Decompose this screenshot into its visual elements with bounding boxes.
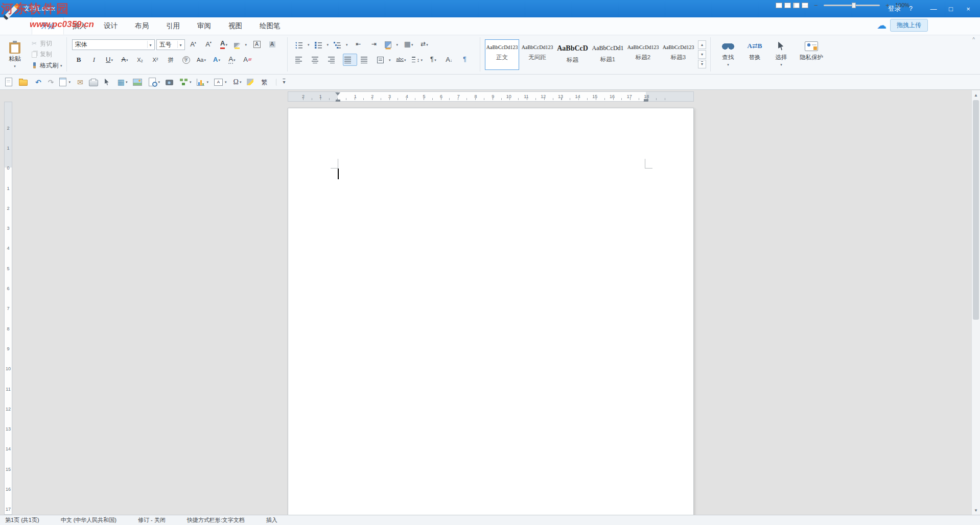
align-distribute[interactable]: ▾: [359, 54, 374, 66]
tab-view[interactable]: 视图: [220, 17, 251, 35]
tab-home[interactable]: 开始: [32, 17, 64, 35]
scroll-up-button[interactable]: ▲: [972, 91, 980, 99]
sort[interactable]: A ▾: [442, 54, 456, 66]
style-heading3[interactable]: AaBbCcDd123 标题3: [661, 39, 695, 70]
line-spacing[interactable]: ↕ ▾: [410, 54, 425, 66]
increase-indent[interactable]: ⇥ ▾: [367, 38, 381, 51]
bullet-list[interactable]: ▾: [294, 38, 311, 51]
minimize-button[interactable]: —: [926, 3, 941, 15]
align-left[interactable]: ▾: [294, 54, 308, 66]
zoom-out-button[interactable]: −: [812, 2, 820, 9]
strikethrough[interactable]: A ▾: [118, 54, 132, 66]
collapse-ribbon-button[interactable]: [970, 36, 977, 43]
view-web[interactable]: [793, 3, 800, 8]
paragraph-spacing[interactable]: ¶ ▾: [426, 54, 440, 66]
page-indicator[interactable]: 第1页 (共1页): [5, 516, 39, 524]
char-border[interactable]: A ▾: [250, 38, 264, 51]
superscript[interactable]: X² ▾: [149, 54, 162, 66]
char-style[interactable]: A ▾: [225, 54, 239, 66]
tab-insert[interactable]: 插入: [64, 17, 95, 35]
char-shading[interactable]: A ▾: [265, 38, 279, 51]
view-outline[interactable]: [802, 3, 808, 8]
find[interactable]: 查找 ▾: [716, 40, 740, 66]
font-size-select[interactable]: 五号: [156, 39, 185, 50]
show-marks[interactable]: ¶ ▾: [458, 54, 472, 66]
text-direction[interactable]: ▾: [376, 54, 392, 66]
cloud-sync-icon[interactable]: ☁: [877, 20, 886, 30]
tab-layout[interactable]: 布局: [126, 17, 157, 35]
styles-more[interactable]: ▾: [698, 60, 706, 68]
highlight-color[interactable]: ▾: [232, 38, 249, 51]
styles-row-down[interactable]: ▾: [698, 50, 706, 59]
char-spacing[interactable]: ⇄ ▾: [417, 38, 431, 51]
view-read[interactable]: [776, 3, 782, 8]
language-indicator[interactable]: 中文 (中华人民共和国): [61, 516, 116, 524]
shrink-font[interactable]: A ▾: [202, 38, 216, 51]
document-canvas[interactable]: 21 123456789101112131415161718 210123456…: [0, 90, 980, 515]
font-color[interactable]: A ▾: [217, 38, 231, 51]
left-indent-marker[interactable]: [336, 100, 340, 102]
change-case[interactable]: Aa ▾: [195, 54, 208, 66]
scrollbar-thumb[interactable]: [973, 100, 979, 320]
view-print[interactable]: [784, 3, 791, 8]
smart-art[interactable]: ▾: [179, 78, 193, 86]
right-indent-marker[interactable]: [644, 99, 648, 101]
maximize-button[interactable]: □: [943, 3, 959, 15]
text-box[interactable]: ▾: [213, 78, 228, 87]
tab-references[interactable]: 引用: [157, 17, 189, 35]
insert-table[interactable]: ▦ ▾: [115, 77, 129, 87]
insert-mode[interactable]: 插入: [266, 516, 277, 524]
scroll-down-button[interactable]: ▼: [972, 506, 980, 514]
zoom-slider[interactable]: [824, 5, 880, 6]
decrease-indent[interactable]: ⇤ ▾: [352, 38, 365, 51]
style-normal[interactable]: AaBbCcDd123 正文: [485, 39, 519, 70]
enclose-character[interactable]: 字 ▾: [179, 54, 193, 66]
page-setup[interactable]: ▾: [58, 77, 72, 87]
select-objects[interactable]: 选择 ▾: [769, 40, 794, 66]
align-justify[interactable]: ▾: [343, 54, 357, 66]
replace[interactable]: 替换 ▾: [742, 40, 767, 61]
grow-font[interactable]: A ▾: [186, 38, 200, 51]
drag-upload-button[interactable]: 拖拽上传: [890, 19, 928, 32]
select-cursor[interactable]: ▾: [104, 78, 112, 87]
number-list[interactable]: ▾: [313, 38, 331, 51]
vertical-scrollbar[interactable]: ▲ ▼: [971, 90, 980, 515]
bold[interactable]: B ▾: [72, 54, 86, 66]
phonetic-guide[interactable]: 拼 ▾: [164, 54, 178, 66]
vertical-ruler[interactable]: 2101234567891011121314151617: [4, 102, 12, 515]
format-painter[interactable]: 格式刷 ▾: [31, 60, 62, 70]
screenshot[interactable]: ▾: [165, 78, 175, 86]
tab-draw-pen[interactable]: 绘图笔: [251, 17, 289, 35]
align-center[interactable]: ▾: [310, 54, 324, 66]
italic[interactable]: I ▾: [87, 54, 101, 66]
horizontal-ruler[interactable]: 21 123456789101112131415161718: [288, 91, 694, 102]
close-button[interactable]: ×: [961, 3, 976, 15]
borders[interactable]: ▦ ▾: [402, 38, 415, 51]
align-right[interactable]: ▾: [326, 54, 341, 66]
open-folder[interactable]: ▾: [18, 77, 30, 87]
formula[interactable]: Ω ▾: [231, 78, 242, 87]
char-scale[interactable]: abc ▾: [394, 54, 408, 66]
style-no-spacing[interactable]: AaBbCcDd123 无间距: [520, 39, 554, 70]
highlighter[interactable]: ▾: [246, 78, 255, 86]
text-effect[interactable]: A ▾: [210, 54, 224, 66]
tab-design[interactable]: 设计: [95, 17, 126, 35]
print[interactable]: ▾: [88, 77, 100, 87]
clear-format[interactable]: A ▾: [241, 54, 254, 66]
zoom-percentage[interactable]: 100%: [895, 2, 913, 8]
style-heading1[interactable]: AaBbCcDd1 标题1: [591, 39, 625, 70]
toolbar-options[interactable]: ▾ ▾: [276, 79, 286, 86]
track-changes[interactable]: 修订 - 关闭: [138, 516, 166, 524]
zoom-in-button[interactable]: +: [884, 2, 891, 9]
doc-type[interactable]: 快捷方式栏形:文字文档: [187, 516, 245, 524]
insert-chart[interactable]: ▾: [196, 78, 209, 87]
email[interactable]: ✉ ▾: [75, 78, 84, 87]
privacy-protect[interactable]: 隐私保护 ▾: [796, 40, 827, 61]
print-preview[interactable]: ▾: [148, 77, 161, 87]
font-family-select[interactable]: 宋体: [72, 39, 155, 50]
style-title[interactable]: AaBbCcD 标题: [555, 39, 590, 70]
zoom-slider-thumb[interactable]: [852, 3, 856, 8]
insert-picture[interactable]: ▾: [132, 78, 144, 87]
document-page[interactable]: [288, 108, 694, 515]
undo[interactable]: ↶ ▾: [33, 78, 42, 87]
